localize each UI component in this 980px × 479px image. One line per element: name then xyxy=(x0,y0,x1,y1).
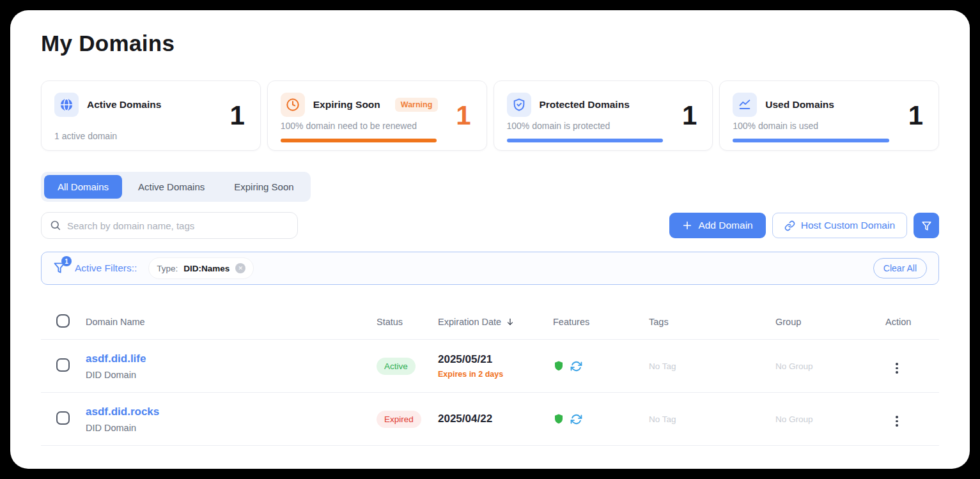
header-expiration-label: Expiration Date xyxy=(438,317,501,327)
stat-card-used-domains: Used Domains 100% domain is used 1 xyxy=(719,80,939,151)
header-features: Features xyxy=(553,317,649,327)
header-tags: Tags xyxy=(649,317,775,327)
table-body: asdf.did.life DID Domain Active 2025/05/… xyxy=(41,340,939,446)
status-badge: Active xyxy=(377,358,416,375)
auto-renew-icon xyxy=(570,413,582,425)
stat-value: 1 xyxy=(908,100,923,131)
stat-subtitle: 100% domain is used xyxy=(733,121,926,131)
header-group: Group xyxy=(775,317,885,327)
stat-subtitle: 1 active domain xyxy=(54,131,247,141)
funnel-icon xyxy=(921,220,932,231)
filter-chip-type: Type: xyxy=(157,264,178,273)
stat-value: 1 xyxy=(682,100,697,131)
expiration-date: 2025/05/21 xyxy=(438,353,553,366)
host-custom-domain-button[interactable]: Host Custom Domain xyxy=(772,213,907,238)
tags-value: No Tag xyxy=(649,361,676,371)
used-progress-bar xyxy=(733,139,889,142)
toolbar: Add Domain Host Custom Domain xyxy=(41,212,939,239)
stat-card-active-domains: Active Domains 1 active domain 1 xyxy=(41,80,261,151)
domain-type: DID Domain xyxy=(86,370,377,380)
protection-shield-icon xyxy=(553,413,564,425)
auto-renew-icon xyxy=(570,360,582,372)
shield-check-icon xyxy=(507,93,531,117)
globe-icon xyxy=(54,93,79,117)
add-domain-label: Add Domain xyxy=(698,220,752,231)
tab-expiring-soon[interactable]: Expiring Soon xyxy=(221,175,307,199)
stat-card-expiring-soon: Expiring Soon Warning 100% domain need t… xyxy=(267,80,487,151)
stat-subtitle: 100% domain is protected xyxy=(507,121,700,131)
clear-all-button[interactable]: Clear All xyxy=(873,258,927,278)
add-domain-button[interactable]: Add Domain xyxy=(669,213,765,238)
stats-row: Active Domains 1 active domain 1 Expirin… xyxy=(41,80,939,151)
header-expiration-date[interactable]: Expiration Date xyxy=(438,317,553,327)
stat-card-protected-domains: Protected Domains 100% domain is protect… xyxy=(494,80,713,151)
search-input[interactable] xyxy=(41,212,298,239)
my-domains-panel: My Domains Active Domains 1 active domai… xyxy=(10,10,970,469)
group-value: No Group xyxy=(775,361,813,371)
filter-chip: Type: DID:Names ✕ xyxy=(148,257,254,279)
remove-filter-icon[interactable]: ✕ xyxy=(235,263,245,273)
page-title: My Domains xyxy=(41,29,939,57)
table-header-row: Domain Name Status Expiration Date Featu… xyxy=(41,304,939,340)
tab-active-domains[interactable]: Active Domains xyxy=(125,175,218,199)
active-filter-funnel-icon: 1 xyxy=(53,261,67,275)
row-checkbox[interactable] xyxy=(56,358,70,372)
stat-title: Active Domains xyxy=(87,99,161,110)
expiration-date: 2025/04/22 xyxy=(438,413,553,425)
domains-table: Domain Name Status Expiration Date Featu… xyxy=(41,304,939,446)
stat-value: 1 xyxy=(229,100,244,131)
expiring-progress-bar xyxy=(281,139,437,142)
filter-count-badge: 1 xyxy=(61,256,72,266)
clock-icon xyxy=(281,93,305,117)
sort-down-icon xyxy=(506,317,515,326)
domain-name-link[interactable]: asdf.did.life xyxy=(86,353,377,365)
active-filters-bar: 1 Active Filters:: Type: DID:Names ✕ Cle… xyxy=(41,252,939,285)
expiry-note: Expires in 2 days xyxy=(438,370,553,379)
header-action: Action xyxy=(885,317,939,327)
table-row: asdf.did.rocks DID Domain Expired 2025/0… xyxy=(41,393,939,446)
table-row: asdf.did.life DID Domain Active 2025/05/… xyxy=(41,340,939,393)
host-custom-domain-label: Host Custom Domain xyxy=(801,220,895,231)
domain-tabs: All Domains Active Domains Expiring Soon xyxy=(41,172,311,202)
status-badge: Expired xyxy=(377,411,421,428)
domain-type: DID Domain xyxy=(86,423,377,433)
group-value: No Group xyxy=(775,414,813,424)
filter-chip-value: DID:Names xyxy=(183,264,229,273)
stat-subtitle: 100% domain need to be renewed xyxy=(281,121,474,131)
trend-icon xyxy=(733,93,757,117)
row-checkbox[interactable] xyxy=(56,411,70,425)
header-domain-name: Domain Name xyxy=(86,317,377,327)
tab-all-domains[interactable]: All Domains xyxy=(44,175,122,199)
stat-value: 1 xyxy=(456,100,471,131)
stat-title: Protected Domains xyxy=(540,99,630,110)
row-actions-menu-icon[interactable] xyxy=(893,360,901,376)
active-filters-label: Active Filters:: xyxy=(75,262,137,274)
protected-progress-bar xyxy=(507,139,663,142)
protection-shield-icon xyxy=(553,360,564,372)
stat-title: Used Domains xyxy=(765,99,834,110)
warning-badge: Warning xyxy=(395,98,439,112)
filter-button[interactable] xyxy=(914,213,939,238)
domain-name-link[interactable]: asdf.did.rocks xyxy=(86,406,377,418)
header-status: Status xyxy=(377,317,438,327)
stat-title: Expiring Soon xyxy=(313,99,380,110)
link-icon xyxy=(784,220,795,231)
tags-value: No Tag xyxy=(649,414,676,424)
plus-icon xyxy=(682,220,692,231)
search-wrap xyxy=(41,212,298,239)
select-all-checkbox[interactable] xyxy=(56,314,70,328)
row-actions-menu-icon[interactable] xyxy=(893,413,901,429)
search-icon xyxy=(50,220,61,231)
